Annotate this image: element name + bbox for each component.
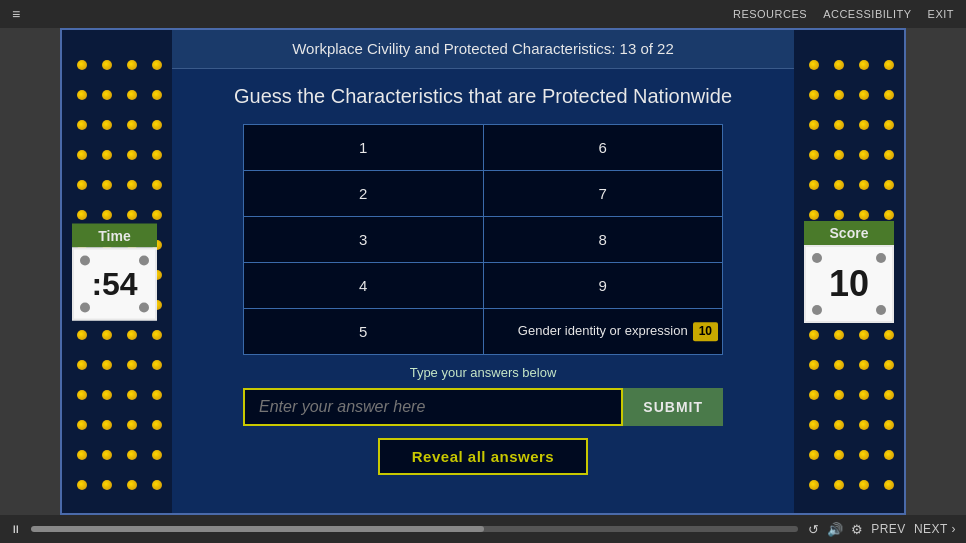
answer-cell-10: Gender identity or expression 10 <box>483 309 723 355</box>
table-row: 1 6 <box>244 125 723 171</box>
resources-link[interactable]: RESOURCES <box>733 8 807 20</box>
score-panel: Score 10 <box>804 221 894 323</box>
score-dot-tl <box>812 253 822 263</box>
next-button[interactable]: NEXT › <box>914 522 956 536</box>
top-bar: ≡ RESOURCES ACCESSIBILITY EXIT <box>0 0 966 28</box>
main-content: Workplace Civility and Protected Charact… <box>60 28 906 515</box>
cell-number: 6 <box>599 139 607 156</box>
page-title: Workplace Civility and Protected Charact… <box>292 40 674 57</box>
table-row: 4 9 <box>244 263 723 309</box>
time-box: :54 <box>72 247 157 320</box>
score-dot-br <box>876 305 886 315</box>
cell-number: 8 <box>599 231 607 248</box>
answer-cell-2: 2 <box>244 171 484 217</box>
corner-dot-tl <box>80 255 90 265</box>
cell-number: 1 <box>359 139 367 156</box>
answer-cell-5: 5 <box>244 309 484 355</box>
table-row: 3 8 <box>244 217 723 263</box>
corner-dot-tr <box>139 255 149 265</box>
score-value: 10 <box>829 263 869 305</box>
answer-cell-6: 6 <box>483 125 723 171</box>
answer-cell-4: 4 <box>244 263 484 309</box>
nav-controls: ↺ 🔊 ⚙ PREV NEXT › <box>808 522 956 537</box>
answer-cell-7: 7 <box>483 171 723 217</box>
progress-bar-fill <box>31 526 484 532</box>
reveal-all-button[interactable]: Reveal all answers <box>378 438 588 475</box>
corner-dot-bl <box>80 302 90 312</box>
answer-input-row: SUBMIT <box>243 388 723 426</box>
volume-icon[interactable]: 🔊 <box>827 522 843 537</box>
cell-number: 2 <box>359 185 367 202</box>
progress-bar-container <box>31 526 798 532</box>
score-dot-bl <box>812 305 822 315</box>
center-panel: Workplace Civility and Protected Charact… <box>172 30 794 513</box>
score-dot-tr <box>876 253 886 263</box>
table-row: 2 7 <box>244 171 723 217</box>
exit-link[interactable]: EXIT <box>928 8 954 20</box>
time-label: Time <box>72 223 157 247</box>
submit-button[interactable]: SUBMIT <box>623 388 723 426</box>
accessibility-link[interactable]: ACCESSIBILITY <box>823 8 911 20</box>
score-box: 10 <box>804 245 894 323</box>
time-value: :54 <box>91 265 137 302</box>
question-title: Guess the Characteristics that are Prote… <box>234 85 732 108</box>
cell-answer-text: Gender identity or expression <box>518 323 688 338</box>
corner-dot-br <box>139 302 149 312</box>
prev-button[interactable]: PREV <box>871 522 906 536</box>
activity-area: Guess the Characteristics that are Prote… <box>172 69 794 513</box>
instructions-text: Type your answers below <box>410 365 557 380</box>
score-badge: 10 <box>693 322 718 342</box>
bottom-bar: ⏸ ↺ 🔊 ⚙ PREV NEXT › <box>0 515 966 543</box>
cell-number: 9 <box>599 277 607 294</box>
pause-button[interactable]: ⏸ <box>10 523 21 535</box>
answer-input[interactable] <box>243 388 623 426</box>
score-label: Score <box>804 221 894 245</box>
time-panel: Time :54 <box>72 223 157 320</box>
cell-number: 7 <box>599 185 607 202</box>
settings-icon[interactable]: ⚙ <box>851 522 863 537</box>
table-row: 5 Gender identity or expression 10 <box>244 309 723 355</box>
answer-cell-9: 9 <box>483 263 723 309</box>
menu-icon[interactable]: ≡ <box>12 6 20 22</box>
answer-cell-1: 1 <box>244 125 484 171</box>
answer-cell-8: 8 <box>483 217 723 263</box>
cell-number: 5 <box>359 323 367 340</box>
page-title-bar: Workplace Civility and Protected Charact… <box>172 30 794 69</box>
answer-cell-3: 3 <box>244 217 484 263</box>
cell-number: 4 <box>359 277 367 294</box>
refresh-icon[interactable]: ↺ <box>808 522 819 537</box>
answer-grid: 1 6 2 7 3 8 4 9 5 Gender <box>243 124 723 355</box>
cell-number: 3 <box>359 231 367 248</box>
